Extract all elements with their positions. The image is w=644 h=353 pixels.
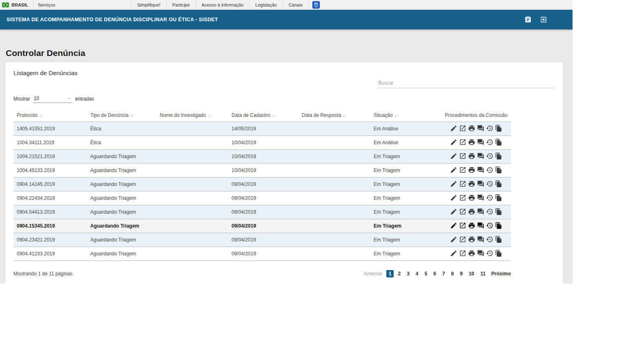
open-in-new-icon[interactable] <box>459 125 466 132</box>
print-icon[interactable] <box>468 139 475 146</box>
edit-icon[interactable] <box>450 152 457 160</box>
column-header[interactable]: Nome do Investigado↓↑ <box>156 109 228 122</box>
copy-document-icon[interactable] <box>495 236 502 243</box>
print-icon[interactable] <box>468 236 475 243</box>
forum-icon[interactable] <box>477 236 484 243</box>
edit-icon[interactable] <box>450 194 457 201</box>
column-header[interactable]: Data de Resposta↓↑ <box>299 109 370 122</box>
copy-document-icon[interactable] <box>495 222 502 229</box>
forum-icon[interactable] <box>477 152 484 160</box>
vlibras-accessibility-icon[interactable] <box>312 0 320 9</box>
open-in-new-icon[interactable] <box>459 139 466 146</box>
history-icon[interactable] <box>486 152 493 160</box>
brasil-brand[interactable]: BRASIL <box>0 0 33 9</box>
sort-icon[interactable]: ↓↑ <box>343 113 346 118</box>
open-in-new-icon[interactable] <box>459 222 466 229</box>
copy-document-icon[interactable] <box>495 250 502 257</box>
cell-protocolo: 1004.34111.2019 <box>13 136 87 150</box>
sort-icon[interactable]: ↓↑ <box>394 113 398 118</box>
page-number[interactable]: 1 <box>386 270 394 277</box>
gov-link[interactable]: Participe <box>166 0 196 9</box>
entries-select[interactable]: 10 <box>33 95 72 103</box>
copy-document-icon[interactable] <box>495 125 502 132</box>
page-number[interactable]: 3 <box>405 270 412 277</box>
edit-icon[interactable] <box>450 208 457 215</box>
open-in-new-icon[interactable] <box>459 208 466 215</box>
assignment-icon[interactable] <box>524 16 532 23</box>
history-icon[interactable] <box>486 208 493 215</box>
open-in-new-icon[interactable] <box>459 166 466 174</box>
column-header[interactable]: Data de Cadastro↓↑ <box>228 109 299 122</box>
copy-document-icon[interactable] <box>495 139 502 146</box>
edit-icon[interactable] <box>450 250 457 257</box>
edit-icon[interactable] <box>450 236 457 243</box>
copy-document-icon[interactable] <box>495 208 502 215</box>
cell-data-cadastro: 10/04/2019 <box>228 150 299 163</box>
edit-icon[interactable] <box>450 166 457 174</box>
history-icon[interactable] <box>486 194 493 201</box>
open-in-new-icon[interactable] <box>459 236 466 243</box>
print-icon[interactable] <box>468 180 475 188</box>
page-number[interactable]: 8 <box>449 270 456 277</box>
page-number[interactable]: 2 <box>396 270 403 277</box>
sort-icon[interactable]: ↓↑ <box>272 113 275 118</box>
open-in-new-icon[interactable] <box>459 250 466 257</box>
print-icon[interactable] <box>468 222 475 229</box>
edit-icon[interactable] <box>450 125 457 132</box>
page-number[interactable]: 6 <box>431 270 438 277</box>
pagination-previous[interactable]: Anterior <box>363 271 383 277</box>
open-in-new-icon[interactable] <box>459 152 466 160</box>
history-icon[interactable] <box>486 236 493 243</box>
history-icon[interactable] <box>486 180 493 188</box>
print-icon[interactable] <box>468 152 475 160</box>
print-icon[interactable] <box>468 250 475 257</box>
column-header[interactable]: Tipo de Denúncia↓↑ <box>87 109 156 122</box>
search-input[interactable] <box>377 78 555 88</box>
edit-icon[interactable] <box>450 180 457 188</box>
gov-link[interactable]: Legislação <box>249 0 283 9</box>
print-icon[interactable] <box>468 208 475 215</box>
open-in-new-icon[interactable] <box>459 180 466 188</box>
forum-icon[interactable] <box>477 166 484 174</box>
page-number[interactable]: 5 <box>423 270 430 277</box>
history-icon[interactable] <box>486 250 493 257</box>
open-in-new-icon[interactable] <box>459 194 466 201</box>
history-icon[interactable] <box>486 139 493 146</box>
forum-icon[interactable] <box>477 125 484 132</box>
edit-icon[interactable] <box>450 222 457 229</box>
pagination-next[interactable]: Próximo <box>491 271 511 277</box>
forum-icon[interactable] <box>477 208 484 215</box>
print-icon[interactable] <box>468 125 475 132</box>
page-number[interactable]: 7 <box>440 270 447 277</box>
edit-icon[interactable] <box>450 139 457 146</box>
column-header[interactable]: Protocolo↓↑ <box>13 109 87 122</box>
gov-link[interactable]: Canais <box>283 0 308 9</box>
page-number[interactable]: 4 <box>414 270 421 277</box>
forum-icon[interactable] <box>477 194 484 201</box>
forum-icon[interactable] <box>477 250 484 257</box>
forum-icon[interactable] <box>477 222 484 229</box>
gov-services[interactable]: Serviços <box>33 0 131 9</box>
copy-document-icon[interactable] <box>495 194 502 201</box>
gov-link[interactable]: Acesso à informação <box>196 0 250 9</box>
page-number[interactable]: 11 <box>478 270 488 277</box>
print-icon[interactable] <box>468 166 475 174</box>
gov-link[interactable]: Simplifique! <box>131 0 166 9</box>
page-number[interactable]: 10 <box>467 270 476 277</box>
history-icon[interactable] <box>486 222 493 229</box>
history-icon[interactable] <box>486 166 493 174</box>
forum-icon[interactable] <box>477 139 484 146</box>
exit-icon[interactable] <box>540 16 547 23</box>
forum-icon[interactable] <box>477 180 484 188</box>
copy-document-icon[interactable] <box>495 166 502 174</box>
cell-data-resposta <box>299 247 370 261</box>
column-header[interactable]: Situação↓↑ <box>370 109 441 122</box>
history-icon[interactable] <box>486 125 493 132</box>
copy-document-icon[interactable] <box>495 152 502 160</box>
sort-icon[interactable]: ↓↑ <box>207 113 211 118</box>
print-icon[interactable] <box>468 194 475 201</box>
sort-icon[interactable]: ↓↑ <box>130 113 134 118</box>
copy-document-icon[interactable] <box>495 180 502 188</box>
sort-icon[interactable]: ↓↑ <box>39 113 43 118</box>
page-number[interactable]: 9 <box>458 270 465 277</box>
